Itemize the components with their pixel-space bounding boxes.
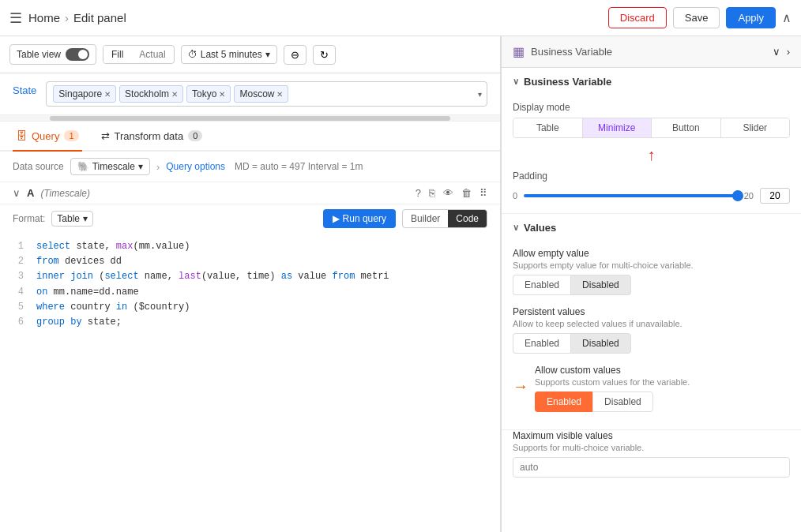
allow-empty-toggle: Enabled Disabled bbox=[513, 275, 790, 295]
save-button[interactable]: Save bbox=[673, 7, 720, 28]
right-panel-arrow[interactable]: › bbox=[787, 46, 790, 58]
padding-label: Padding bbox=[513, 170, 790, 182]
builder-option[interactable]: Builder bbox=[403, 210, 448, 227]
db-icon: 🗄 bbox=[16, 129, 27, 142]
breadcrumb: Home › Edit panel bbox=[28, 11, 126, 24]
persistent-enabled-btn[interactable]: Enabled bbox=[513, 333, 570, 354]
allow-empty-enabled-btn[interactable]: Enabled bbox=[513, 275, 570, 295]
right-panel: ▦ Business Variable ∨ › ∨ Business Varia… bbox=[501, 36, 801, 532]
toggle-pill[interactable] bbox=[66, 48, 89, 61]
slider-min-label: 0 bbox=[513, 191, 517, 200]
run-query-button[interactable]: ▶ Run query bbox=[323, 209, 396, 228]
values-controls: Allow empty value Supports empty value f… bbox=[502, 242, 801, 429]
tag-singapore: Singapore ✕ bbox=[53, 85, 116, 103]
padding-value-input[interactable] bbox=[760, 188, 790, 204]
transform-tab-label: Transform data bbox=[115, 130, 184, 142]
query-meta: MD = auto = 497 Interval = 1m bbox=[235, 161, 363, 172]
fill-option[interactable]: Fill bbox=[103, 46, 131, 63]
custom-label: Allow custom values bbox=[535, 365, 790, 376]
tag-close-icon[interactable]: ✕ bbox=[276, 90, 283, 99]
transform-badge: 0 bbox=[188, 130, 202, 141]
sql-editor[interactable]: 1 select state, max(mm.value) 2 from dev… bbox=[0, 233, 500, 532]
code-option[interactable]: Code bbox=[448, 210, 487, 227]
datasource-name: Timescale bbox=[92, 161, 135, 172]
code-line-5: 5 where country in ($country) bbox=[13, 300, 487, 315]
hamburger-icon[interactable]: ☰ bbox=[9, 9, 22, 27]
toggle-dot bbox=[78, 50, 88, 59]
tab-query[interactable]: 🗄 Query 1 bbox=[13, 122, 82, 152]
tag-close-icon[interactable]: ✕ bbox=[171, 90, 178, 99]
query-tab-label: Query bbox=[32, 130, 59, 142]
slider-thumb[interactable] bbox=[732, 190, 743, 201]
time-dropdown-icon: ▾ bbox=[265, 49, 270, 60]
actual-option[interactable]: Actual bbox=[131, 46, 173, 63]
mode-table[interactable]: Table bbox=[513, 118, 583, 137]
bv-section-header[interactable]: ∨ Business Variable bbox=[502, 68, 801, 96]
max-visible-desc: Supports for multi-choice variable. bbox=[513, 443, 790, 452]
tag-close-icon[interactable]: ✕ bbox=[104, 90, 111, 99]
slider-max-label: 20 bbox=[744, 191, 754, 200]
horizontal-scrollbar[interactable] bbox=[0, 115, 500, 122]
code-line-1: 1 select state, max(mm.value) bbox=[13, 239, 487, 254]
refresh-button[interactable]: ↻ bbox=[313, 45, 336, 65]
custom-toggle: Enabled Disabled bbox=[535, 392, 790, 412]
format-selector[interactable]: Table ▾ bbox=[51, 211, 93, 227]
time-range-selector[interactable]: ⏱ Last 5 minutes ▾ bbox=[181, 45, 277, 64]
topbar: ☰ Home › Edit panel Discard Save Apply ∧ bbox=[0, 0, 801, 36]
table-view-label: Table view bbox=[17, 49, 61, 60]
values-section-header[interactable]: ∨ Values bbox=[502, 214, 801, 242]
values-section-label: Values bbox=[524, 222, 556, 234]
query-drag-icon[interactable]: ⠿ bbox=[479, 187, 487, 199]
mode-slider[interactable]: Slider bbox=[721, 118, 790, 137]
mode-minimize[interactable]: Minimize bbox=[583, 118, 652, 137]
tags-dropdown-icon[interactable]: ▾ bbox=[478, 90, 482, 99]
query-options-link[interactable]: Query options bbox=[166, 161, 225, 172]
datasource-selector[interactable]: 🐘 Timescale ▾ bbox=[70, 158, 150, 175]
datasource-dropdown-icon: ▾ bbox=[138, 161, 143, 172]
timescale-db-icon: 🐘 bbox=[77, 161, 89, 172]
display-mode-buttons: Table Minimize Button Slider bbox=[513, 118, 790, 138]
query-copy-icon[interactable]: ⎘ bbox=[429, 187, 435, 199]
allow-empty-group: Allow empty value Supports empty value f… bbox=[513, 248, 790, 295]
persistent-label: Persistent values bbox=[513, 306, 790, 317]
left-panel: Table view Fill Actual ⏱ Last 5 minutes … bbox=[0, 36, 501, 532]
query-identifier: A bbox=[27, 187, 34, 199]
tag-close-icon[interactable]: ✕ bbox=[219, 90, 225, 99]
format-dropdown-icon: ▾ bbox=[83, 213, 88, 224]
query-delete-icon[interactable]: 🗑 bbox=[461, 187, 472, 199]
code-line-2: 2 from devices dd bbox=[13, 254, 487, 269]
discard-button[interactable]: Discard bbox=[608, 7, 667, 28]
right-panel-chevron[interactable]: ∨ bbox=[773, 46, 780, 58]
mode-button[interactable]: Button bbox=[652, 118, 721, 137]
time-range-label: Last 5 minutes bbox=[201, 49, 262, 60]
arrow-indicator: ↑ bbox=[502, 144, 801, 166]
apply-button[interactable]: Apply bbox=[726, 7, 776, 28]
fill-actual-selector: Fill Actual bbox=[103, 45, 175, 64]
custom-enabled-btn[interactable]: Enabled bbox=[535, 392, 592, 412]
max-visible-input[interactable] bbox=[513, 457, 790, 478]
format-row: Format: Table ▾ ▶ Run query Builder Code bbox=[0, 204, 500, 233]
zoom-out-button[interactable]: ⊖ bbox=[284, 45, 306, 65]
table-view-toggle[interactable]: Table view bbox=[9, 44, 96, 65]
query-help-icon[interactable]: ? bbox=[416, 187, 421, 199]
breadcrumb-home[interactable]: Home bbox=[28, 11, 60, 24]
query-eye-icon[interactable]: 👁 bbox=[443, 187, 453, 199]
custom-arrow-icon: → bbox=[513, 377, 528, 395]
custom-disabled-btn[interactable]: Disabled bbox=[592, 392, 653, 412]
breadcrumb-separator: › bbox=[65, 11, 69, 24]
padding-row: Padding 0 20 bbox=[502, 166, 801, 213]
tag-label: Moscow bbox=[239, 88, 274, 99]
tag-tokyo: Tokyo ✕ bbox=[186, 85, 231, 103]
business-variable-section: ∨ Business Variable Display mode Table M… bbox=[502, 68, 801, 214]
values-section: ∨ Values Allow empty value Supports empt… bbox=[502, 214, 801, 430]
bv-section-label: Business Variable bbox=[524, 76, 611, 88]
query-collapse-button[interactable]: ∨ bbox=[13, 187, 21, 199]
padding-slider[interactable] bbox=[524, 194, 738, 197]
tab-transform[interactable]: ⇄ Transform data 0 bbox=[98, 122, 206, 152]
state-tags-container[interactable]: Singapore ✕ Stockholm ✕ Tokyo ✕ Moscow ✕… bbox=[46, 81, 487, 107]
allow-empty-disabled-btn[interactable]: Disabled bbox=[570, 275, 631, 295]
collapse-panel-button[interactable]: ∧ bbox=[782, 10, 792, 25]
tag-moscow: Moscow ✕ bbox=[234, 85, 288, 103]
format-value: Table bbox=[57, 213, 80, 224]
persistent-disabled-btn[interactable]: Disabled bbox=[570, 333, 631, 354]
